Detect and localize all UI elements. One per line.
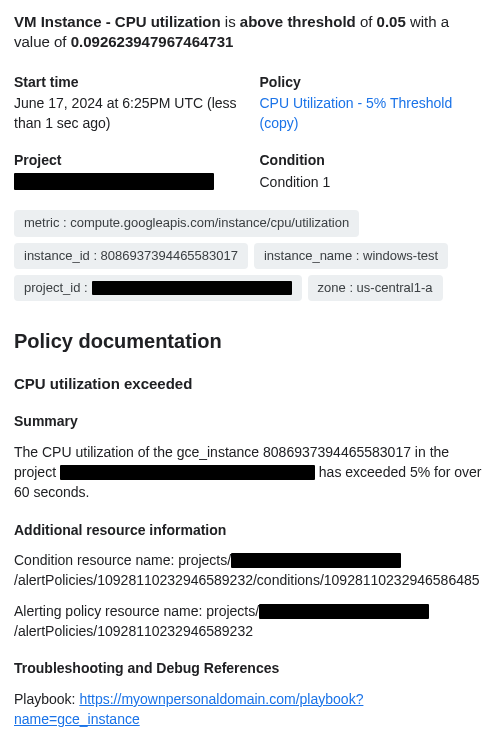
condition-block: Condition Condition 1 bbox=[260, 151, 488, 192]
start-time-value: June 17, 2024 at 6:25PM UTC (less than 1… bbox=[14, 94, 242, 133]
project-label: Project bbox=[14, 151, 242, 171]
policy-link[interactable]: CPU Utilization - 5% Threshold (copy) bbox=[260, 95, 453, 131]
pol-project-redacted bbox=[259, 604, 429, 619]
headline-text: is bbox=[221, 13, 240, 30]
doc-subheading: CPU utilization exceeded bbox=[14, 373, 487, 394]
alert-headline: VM Instance - CPU utilization is above t… bbox=[14, 12, 487, 53]
condition-resource-line: Condition resource name: projects//alert… bbox=[14, 550, 487, 591]
cond-post: /alertPolicies/10928110232946589232/cond… bbox=[14, 572, 480, 588]
tag-project-id: project_id : bbox=[14, 275, 302, 301]
tag-instance-id: instance_id : 8086937394465583017 bbox=[14, 243, 248, 269]
tag-project-id-redacted bbox=[92, 281, 292, 295]
playbook-key: Playbook: bbox=[14, 691, 79, 707]
policy-block: Policy CPU Utilization - 5% Threshold (c… bbox=[260, 73, 488, 134]
project-value bbox=[14, 173, 242, 193]
additional-info-heading: Additional resource information bbox=[14, 521, 487, 541]
labels-row: metric : compute.googleapis.com/instance… bbox=[14, 210, 487, 301]
headline-value: 0.092623947967464731 bbox=[71, 33, 234, 50]
alert-page: VM Instance - CPU utilization is above t… bbox=[0, 0, 501, 733]
troubleshoot-heading: Troubleshooting and Debug References bbox=[14, 659, 487, 679]
summary-project-redacted bbox=[60, 465, 315, 480]
project-block: Project bbox=[14, 151, 242, 192]
summary-heading: Summary bbox=[14, 412, 487, 432]
tag-metric: metric : compute.googleapis.com/instance… bbox=[14, 210, 359, 236]
policy-resource-line: Alerting policy resource name: projects/… bbox=[14, 601, 487, 642]
tag-project-id-key: project_id : bbox=[24, 279, 88, 297]
cond-project-redacted bbox=[231, 553, 401, 568]
cond-pre: Condition resource name: projects/ bbox=[14, 552, 231, 568]
start-time-label: Start time bbox=[14, 73, 242, 93]
tag-instance-name: instance_name : windows-test bbox=[254, 243, 448, 269]
headline-text: of bbox=[356, 13, 377, 30]
condition-label: Condition bbox=[260, 151, 488, 171]
info-row-1: Start time June 17, 2024 at 6:25PM UTC (… bbox=[14, 73, 487, 134]
tag-zone: zone : us-central1-a bbox=[308, 275, 443, 301]
project-redacted bbox=[14, 173, 214, 190]
condition-value: Condition 1 bbox=[260, 173, 488, 193]
policy-doc-heading: Policy documentation bbox=[14, 327, 487, 355]
headline-subject: VM Instance - CPU utilization bbox=[14, 13, 221, 30]
pol-post: /alertPolicies/10928110232946589232 bbox=[14, 623, 253, 639]
headline-threshold: 0.05 bbox=[377, 13, 406, 30]
policy-label: Policy bbox=[260, 73, 488, 93]
pol-pre: Alerting policy resource name: projects/ bbox=[14, 603, 259, 619]
headline-state: above threshold bbox=[240, 13, 356, 30]
playbook-line: Playbook: https://myownpersonaldomain.co… bbox=[14, 689, 487, 730]
start-time-block: Start time June 17, 2024 at 6:25PM UTC (… bbox=[14, 73, 242, 134]
summary-text: The CPU utilization of the gce_instance … bbox=[14, 442, 487, 503]
info-row-2: Project Condition Condition 1 bbox=[14, 151, 487, 192]
